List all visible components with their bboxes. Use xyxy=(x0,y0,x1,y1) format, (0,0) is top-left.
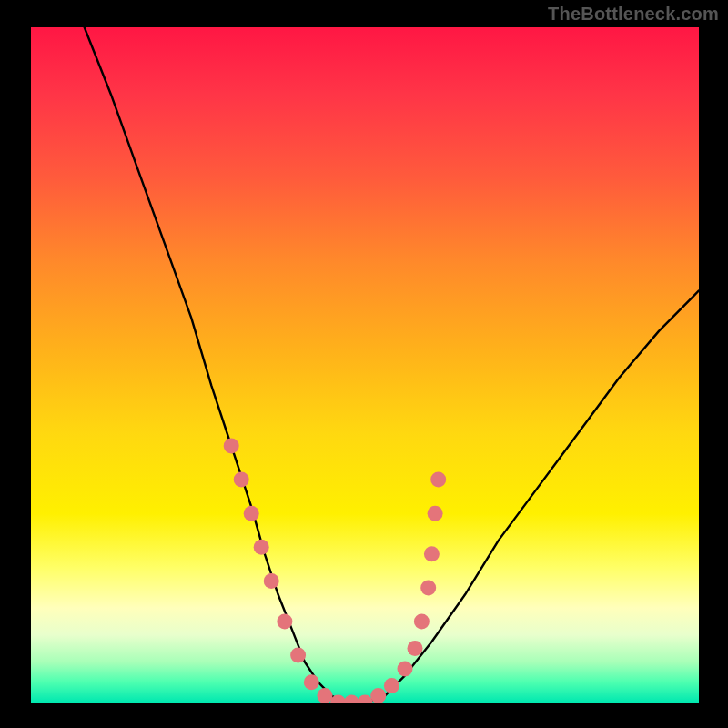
curve-path xyxy=(85,27,699,703)
data-point xyxy=(414,614,430,630)
data-point xyxy=(277,614,292,630)
data-point xyxy=(420,580,436,595)
data-point xyxy=(318,688,333,703)
data-point xyxy=(384,678,399,693)
data-point xyxy=(428,506,443,521)
data-point xyxy=(290,648,306,663)
data-point xyxy=(408,641,423,656)
data-point xyxy=(234,472,249,488)
data-point xyxy=(224,439,239,454)
data-point xyxy=(424,546,440,561)
data-point xyxy=(304,674,319,690)
data-point xyxy=(358,695,373,703)
data-point xyxy=(344,695,359,703)
data-point xyxy=(430,472,446,488)
chart-area xyxy=(31,27,699,703)
data-point xyxy=(264,573,279,589)
bottleneck-curve xyxy=(31,27,699,703)
watermark-text: TheBottleneck.com xyxy=(548,4,719,25)
data-point xyxy=(244,506,259,521)
data-point xyxy=(370,688,386,703)
data-point xyxy=(254,540,269,555)
data-point xyxy=(398,661,413,676)
